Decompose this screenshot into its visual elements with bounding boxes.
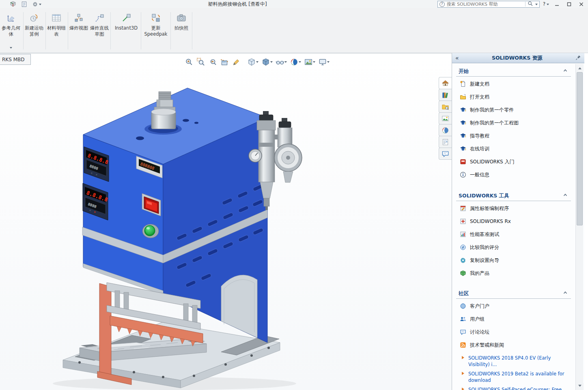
item-label: SOLIDWORKS Rx	[470, 219, 511, 224]
collapse-chevron-icon[interactable]	[562, 67, 569, 75]
search-dropdown-caret[interactable]	[535, 4, 538, 6]
item-make-first-drawing[interactable]: 制作我的第一个工程图	[452, 116, 575, 129]
section-header-solidworks-tools[interactable]: SOLIDWORKS 工具	[456, 192, 571, 201]
pin-icon[interactable]	[575, 54, 581, 62]
task-pane-scrollbar[interactable]	[575, 64, 583, 390]
ribbon-separator	[45, 12, 46, 49]
item-introducing-solidworks[interactable]: SOLIDWORKS 入门	[452, 155, 575, 168]
item-new-document[interactable]: 新建文档	[452, 77, 575, 90]
section-header-start[interactable]: 开始	[456, 67, 571, 77]
item-tutorials[interactable]: 指导教程	[452, 129, 575, 142]
ribbon-explode-line-sketch[interactable]: 爆炸直线草图	[90, 10, 109, 51]
ribbon-button-label: 材料明细表	[47, 25, 66, 37]
search-icon[interactable]	[528, 0, 533, 8]
tab-appearances-scenes[interactable]	[439, 124, 452, 136]
section-title: 社区	[459, 290, 469, 297]
tab-solidworks-forum[interactable]	[439, 148, 452, 160]
ribbon-toolbar: 参考几何体 新建运动算例 材料明细表 爆炸视图 爆炸直线草图 Instant3D	[0, 8, 588, 53]
previous-view-button[interactable]	[207, 57, 218, 67]
tab-view-palette[interactable]	[439, 112, 452, 124]
tab-solidworks-resources[interactable]	[439, 77, 452, 89]
item-discussion-forum[interactable]: 讨论论坛	[452, 326, 575, 339]
solidworks-window: 塑料热熔接铆合机 [查看中] ? ?	[0, 0, 588, 390]
item-my-products[interactable]: 我的产品	[452, 267, 575, 280]
machine-3d-model[interactable]: 8.8.8.8 8888 8.8.8.8 8888 888888	[0, 54, 452, 390]
help-search-box[interactable]: ?	[437, 1, 540, 8]
titlebar-quick-icons	[0, 0, 41, 8]
options-gear-icon[interactable]	[32, 1, 41, 7]
tutorial-cap-icon	[460, 133, 466, 139]
view-orientation-button[interactable]	[246, 57, 260, 67]
item-performance-benchmark[interactable]: 性能基准测试	[452, 228, 575, 241]
item-solidworks-rx[interactable]: SOLIDWORKS Rx	[452, 215, 575, 228]
view-settings-button[interactable]	[317, 57, 331, 67]
report-icon[interactable]	[21, 1, 27, 7]
minimize-button[interactable]	[552, 1, 561, 7]
new-motion-study-icon	[29, 10, 39, 23]
3d-drawing-view-button[interactable]	[230, 57, 242, 67]
close-button[interactable]	[577, 1, 586, 7]
ribbon-button-label: 参考几何体	[2, 25, 20, 37]
item-user-groups[interactable]: 用户组	[452, 313, 575, 326]
ribbon-new-motion-study[interactable]: 新建运动算例	[25, 10, 43, 51]
item-tech-alerts-news[interactable]: 技术警戒和新闻	[452, 339, 575, 351]
take-snapshot-icon	[176, 10, 187, 23]
news-link[interactable]: SOLIDWORKS 2019 Beta2 is available for d…	[462, 371, 570, 384]
item-general-information[interactable]: 一般信息	[452, 168, 575, 181]
ribbon-bill-of-materials[interactable]: 材料明细表	[47, 10, 66, 51]
item-customer-portal[interactable]: 客户门户	[452, 300, 575, 313]
gear-dropdown-caret[interactable]	[39, 4, 41, 6]
news-link[interactable]: SOLIDWORKS 2018 SP4.0 EV (Early Visibili…	[462, 355, 570, 368]
display-style-button[interactable]	[260, 57, 274, 67]
edit-appearance-button[interactable]	[289, 57, 302, 67]
hide-show-items-button[interactable]	[274, 57, 288, 67]
item-online-training[interactable]: 在线培训	[452, 142, 575, 155]
ribbon-button-label: 更新 Speedpak	[142, 25, 169, 37]
item-label: 比较我的评分	[470, 244, 499, 251]
news-link[interactable]: SOLIDWORKS Self-Paced eCourses: Free	[462, 386, 570, 390]
item-property-tab-builder[interactable]: 属性标签编制程序	[452, 202, 575, 215]
app-model-icon[interactable]	[10, 1, 16, 7]
tab-custom-properties[interactable]	[439, 136, 452, 148]
tab-solidworks-mbd[interactable]: RKS MBD	[0, 54, 31, 65]
item-make-first-part[interactable]: 制作我的第一个零件	[452, 103, 575, 116]
section-header-community[interactable]: 社区	[456, 289, 571, 299]
search-separator	[525, 2, 526, 6]
tab-file-explorer[interactable]	[439, 101, 452, 113]
item-compare-score[interactable]: 比较我的评分	[452, 241, 575, 254]
ribbon-button-label: 拍快照	[172, 25, 191, 31]
task-pane-title: SOLIDWORKS 资源	[459, 55, 575, 62]
ribbon-update-speedpak[interactable]: 更新 Speedpak	[142, 10, 169, 51]
news-list: SOLIDWORKS 2018 SP4.0 EV (Early Visibili…	[462, 355, 570, 390]
task-pane-tab-strip	[439, 77, 452, 160]
expand-pane-icon[interactable]: «	[455, 55, 459, 61]
item-open-document[interactable]: 打开文档	[452, 90, 575, 103]
ribbon-exploded-view[interactable]: 爆炸视图	[69, 10, 88, 51]
collapse-chevron-icon[interactable]	[562, 192, 569, 199]
ribbon-take-snapshot[interactable]: 拍快照	[172, 10, 191, 51]
tech-alerts-news-icon	[460, 342, 466, 348]
scroll-down-button[interactable]	[576, 383, 584, 390]
news-link-text: SOLIDWORKS 2018 SP4.0 EV (Early Visibili…	[468, 355, 570, 368]
item-label: 打开文档	[470, 94, 489, 101]
tab-design-library[interactable]	[439, 89, 452, 101]
help-menu-button[interactable]: ?	[543, 1, 549, 7]
section-view-button[interactable]	[219, 57, 230, 67]
power-button[interactable]	[142, 224, 159, 238]
collapse-chevron-icon[interactable]	[562, 289, 569, 297]
maximize-button[interactable]	[564, 1, 573, 7]
bill-of-materials-icon	[51, 10, 62, 23]
ribbon-separator	[192, 12, 192, 49]
apply-scene-button[interactable]	[303, 57, 317, 67]
item-copy-settings-wizard[interactable]: 复制设置向导	[452, 254, 575, 267]
scroll-down-arrow-icon	[578, 385, 582, 388]
zoom-to-area-button[interactable]	[195, 57, 207, 67]
ribbon-reference-geometry[interactable]: 参考几何体	[2, 10, 20, 51]
search-input[interactable]	[447, 2, 523, 7]
tutorial-cap-icon	[460, 120, 466, 126]
ribbon-instant3d[interactable]: Instant3D	[113, 10, 140, 51]
scroll-up-button[interactable]	[576, 64, 584, 71]
scrollbar-thumb[interactable]	[577, 72, 583, 225]
zoom-to-fit-button[interactable]	[183, 57, 195, 67]
task-pane-header: « SOLIDWORKS 资源	[452, 53, 584, 63]
